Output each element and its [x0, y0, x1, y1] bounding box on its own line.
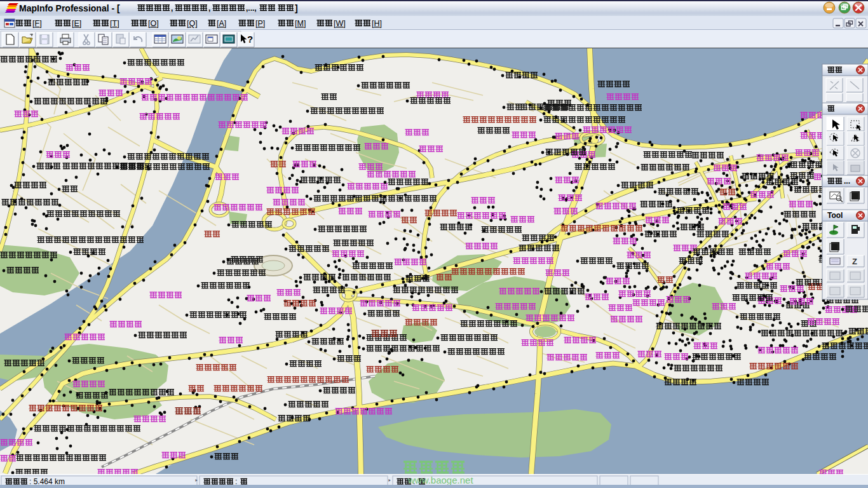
svg-text:: 5.464 km: : 5.464 km [29, 477, 65, 486]
svg-text:‣: ‣ [388, 477, 391, 484]
svg-text:[Q]: [Q] [187, 19, 198, 28]
svg-text:,: , [208, 4, 210, 13]
svg-text:[T]: [T] [110, 19, 119, 28]
svg-text:[H]: [H] [372, 19, 382, 28]
svg-text:Tool: Tool [827, 211, 843, 220]
svg-text:,...,: ,..., [246, 4, 257, 13]
svg-text::: : [235, 477, 237, 486]
svg-text:]: ] [295, 3, 298, 13]
svg-text:[E]: [E] [72, 19, 81, 28]
svg-text:[F]: [F] [32, 19, 42, 28]
svg-text:‣: ‣ [194, 477, 198, 484]
svg-text:,: , [171, 4, 173, 13]
svg-text:[P]: [P] [255, 19, 265, 28]
svg-text:Z: Z [852, 257, 857, 266]
svg-text:MapInfo Professional - [: MapInfo Professional - [ [19, 3, 120, 13]
svg-text:[W]: [W] [334, 19, 346, 28]
svg-text:[A]: [A] [217, 19, 226, 28]
svg-text:...: ... [844, 177, 850, 186]
svg-text:?: ? [247, 34, 253, 44]
svg-text:www.baoge.net: www.baoge.net [407, 475, 473, 485]
svg-text:[O]: [O] [148, 19, 159, 28]
svg-text:[M]: [M] [295, 19, 306, 28]
